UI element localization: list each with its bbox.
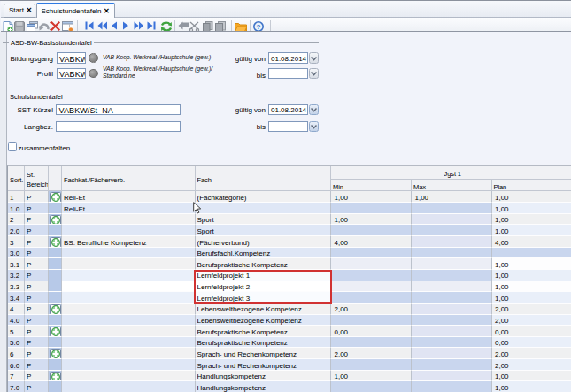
svg-text:?: ? (256, 22, 260, 30)
